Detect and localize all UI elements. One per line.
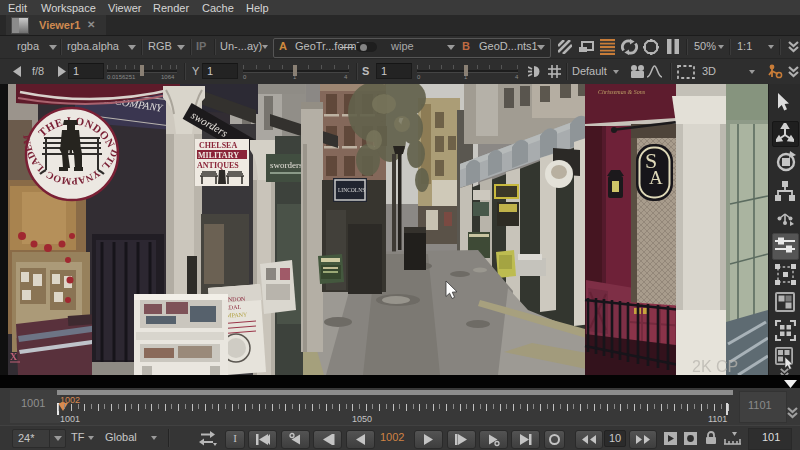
svg-text:A: A bbox=[649, 167, 663, 188]
svg-text:X: X bbox=[10, 351, 18, 362]
svg-text:sworders: sworders bbox=[270, 160, 303, 170]
svg-text:ANTIQUES: ANTIQUES bbox=[197, 161, 239, 170]
svg-text:2K CP: 2K CP bbox=[692, 358, 738, 375]
svg-text:CHELSEA: CHELSEA bbox=[199, 141, 237, 150]
svg-text:MILITARY: MILITARY bbox=[198, 151, 239, 160]
svg-text:Chrissemas & Sons: Chrissemas & Sons bbox=[598, 89, 646, 95]
svg-text:LINCOLNS: LINCOLNS bbox=[338, 187, 365, 193]
